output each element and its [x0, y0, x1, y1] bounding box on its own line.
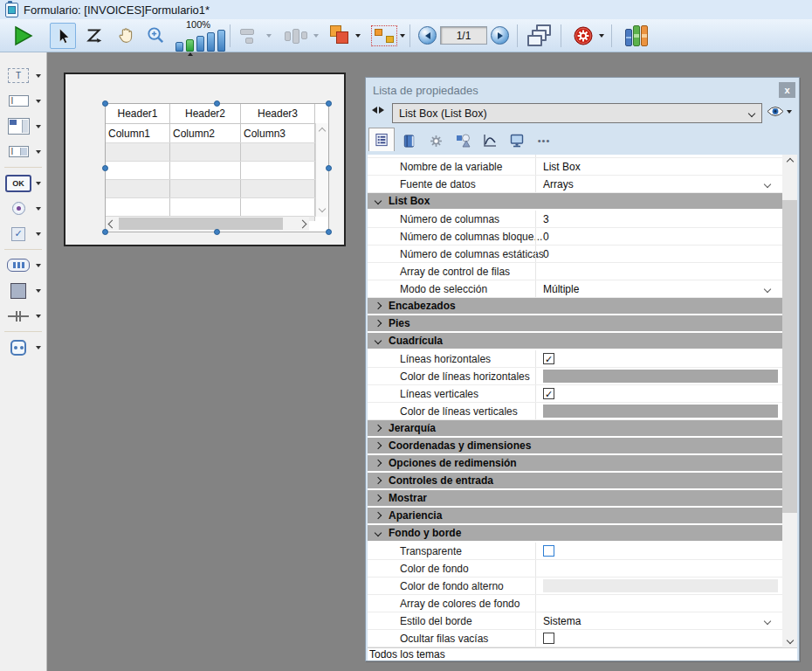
chevron-down-icon[interactable]: [36, 232, 41, 236]
property-value[interactable]: Sistema: [536, 612, 782, 629]
selection-handle[interactable]: [326, 165, 332, 171]
color-swatch[interactable]: [543, 405, 778, 418]
checkbox[interactable]: ✓: [543, 353, 554, 364]
chevron-down-icon[interactable]: [36, 74, 41, 78]
chevron-down-icon[interactable]: [375, 337, 382, 344]
input-tool[interactable]: I: [0, 88, 46, 114]
scroll-up-icon[interactable]: [319, 128, 326, 135]
section-row[interactable]: Controles de entrada: [368, 473, 782, 490]
property-row[interactable]: Modo de selecciónMúltiple: [368, 280, 782, 298]
property-value[interactable]: [536, 403, 782, 419]
tab-shapes[interactable]: [450, 130, 476, 151]
section-row[interactable]: Fondo y borde: [368, 525, 782, 543]
property-value[interactable]: [536, 543, 782, 559]
section-row[interactable]: Mostrar: [368, 490, 782, 508]
property-value[interactable]: [536, 263, 782, 280]
property-value[interactable]: Arrays: [536, 176, 782, 192]
property-value[interactable]: 0: [536, 246, 782, 262]
property-value[interactable]: [536, 595, 782, 612]
listbox-header-cell[interactable]: Header1: [106, 104, 170, 123]
chevron-down-icon[interactable]: [36, 182, 41, 185]
property-row[interactable]: Nombre de la variableList Box: [368, 158, 782, 176]
properties-scrollbar[interactable]: [782, 155, 797, 647]
object-navigation[interactable]: [372, 107, 384, 114]
static-text-tool[interactable]: T: [0, 63, 46, 88]
chevron-right-icon[interactable]: [375, 425, 382, 432]
level-dropdown-icon[interactable]: [355, 34, 361, 38]
listbox-header-cell[interactable]: Header3: [241, 104, 315, 123]
zoom-level-widget[interactable]: 100%: [175, 20, 225, 52]
property-row[interactable]: Ocultar filas vacías: [368, 630, 782, 647]
view-options[interactable]: [767, 106, 792, 117]
property-row[interactable]: Líneas horizontales✓: [368, 350, 782, 368]
checkbox[interactable]: [543, 545, 554, 557]
property-value[interactable]: [536, 578, 782, 594]
color-swatch[interactable]: [543, 370, 778, 383]
property-value[interactable]: 0: [536, 228, 782, 245]
section-row[interactable]: List Box: [368, 193, 782, 211]
settings-dropdown-icon[interactable]: [599, 34, 604, 38]
listbox-horizontal-scrollbar[interactable]: [106, 216, 309, 231]
selection-handle[interactable]: [326, 100, 332, 107]
property-value[interactable]: ✓: [536, 385, 782, 402]
plugin-area-tool[interactable]: [0, 335, 46, 360]
chevron-down-icon[interactable]: [36, 315, 41, 318]
property-row[interactable]: Número de columnas estáticas0: [368, 246, 782, 263]
entry-order-tool-button[interactable]: [81, 23, 107, 49]
tab-display[interactable]: [504, 130, 530, 151]
group-dropdown-icon[interactable]: [400, 34, 405, 38]
listbox-object[interactable]: Header1 Header2 Header3 Column1 Column2 …: [105, 103, 329, 232]
listbox-row[interactable]: [106, 180, 328, 198]
distribute-dropdown-icon[interactable]: [313, 34, 319, 38]
chevron-right-icon[interactable]: [375, 460, 382, 467]
property-row[interactable]: Color de fondo: [368, 560, 782, 578]
align-button[interactable]: [235, 24, 266, 48]
selection-handle[interactable]: [214, 100, 220, 107]
hierarchical-list-tool[interactable]: [0, 114, 46, 139]
chevron-down-icon[interactable]: [764, 285, 771, 292]
listbox-row[interactable]: [106, 162, 328, 180]
property-value[interactable]: ✓: [536, 350, 782, 367]
zoom-tool-button[interactable]: [142, 23, 169, 49]
scroll-up-icon[interactable]: [786, 158, 793, 165]
property-value[interactable]: Múltiple: [536, 280, 782, 297]
property-row[interactable]: Fuente de datosArrays: [368, 176, 782, 193]
chevron-down-icon[interactable]: [36, 346, 41, 349]
chevron-right-icon[interactable]: [375, 477, 382, 484]
prev-object-icon[interactable]: [372, 107, 377, 114]
run-button[interactable]: [10, 23, 36, 49]
chevron-down-icon[interactable]: [36, 150, 41, 154]
section-row[interactable]: Cuadrícula: [368, 333, 782, 350]
property-value[interactable]: [536, 560, 782, 577]
chevron-right-icon[interactable]: [375, 512, 382, 519]
form-pages-button[interactable]: [524, 22, 555, 50]
chevron-down-icon[interactable]: [375, 197, 382, 204]
property-value[interactable]: 3: [536, 211, 782, 227]
property-value[interactable]: [536, 368, 782, 384]
section-row[interactable]: Coordenadas y dimensiones: [368, 438, 782, 455]
property-row[interactable]: Color de fondo alterno: [368, 578, 782, 595]
property-row[interactable]: Número de columnas bloque...0: [368, 228, 782, 246]
listbox-cell[interactable]: Column1: [106, 124, 170, 142]
scrollbar-thumb[interactable]: [782, 200, 797, 513]
pointer-tool-button[interactable]: [50, 23, 76, 49]
scrollbar-thumb[interactable]: [119, 218, 283, 230]
listbox-row[interactable]: [106, 198, 328, 217]
property-row[interactable]: Líneas verticales✓: [368, 385, 782, 403]
selection-handle[interactable]: [326, 229, 332, 235]
checkbox[interactable]: [543, 633, 554, 644]
button-grid-tool[interactable]: [0, 252, 46, 278]
property-row[interactable]: Color de líneas horizontales: [368, 368, 782, 385]
scroll-down-icon[interactable]: [319, 205, 326, 212]
checkbox-tool[interactable]: ✓: [0, 221, 46, 246]
next-page-button[interactable]: [491, 26, 509, 45]
combo-box-tool[interactable]: I: [0, 139, 46, 164]
form-canvas[interactable]: Header1 Header2 Header3 Column1 Column2 …: [64, 73, 346, 246]
property-row[interactable]: Estilo del bordeSistema: [368, 612, 782, 630]
section-row[interactable]: Opciones de redimensión: [368, 455, 782, 473]
distribute-button[interactable]: [279, 24, 313, 48]
chevron-right-icon[interactable]: [375, 495, 382, 502]
hand-tool-button[interactable]: [113, 23, 139, 49]
tab-events[interactable]: [477, 130, 503, 151]
level-button[interactable]: [326, 22, 355, 50]
